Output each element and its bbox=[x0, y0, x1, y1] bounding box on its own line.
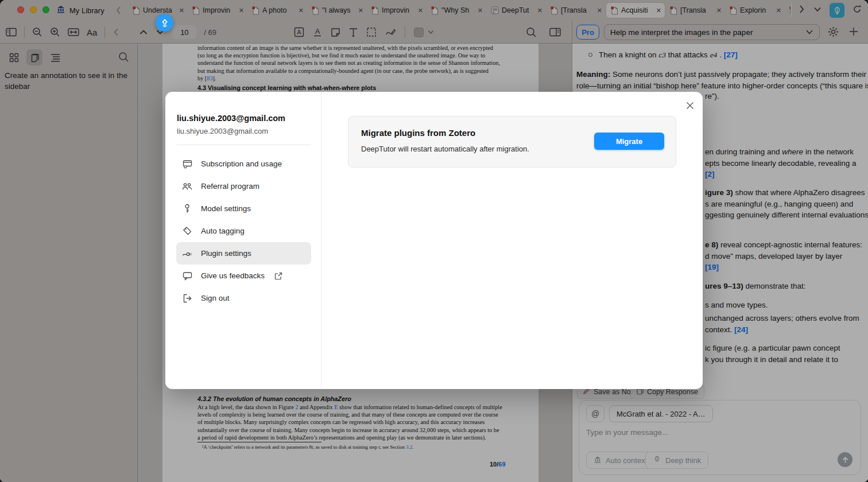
menu-item-label: Sign out bbox=[201, 294, 230, 302]
card-icon bbox=[182, 159, 192, 169]
settings-menu: Subscription and usageReferral programMo… bbox=[176, 153, 311, 309]
menu-item-auto-tagging[interactable]: Auto tagging bbox=[176, 220, 311, 242]
people-icon bbox=[182, 182, 192, 191]
menu-item-label: Model settings bbox=[201, 204, 251, 213]
signout-icon bbox=[182, 294, 192, 303]
menu-item-sign-out[interactable]: Sign out bbox=[176, 287, 311, 309]
menu-item-give-us-feedbacks[interactable]: Give us feedbacks bbox=[176, 265, 311, 287]
migrate-button[interactable]: Migrate bbox=[594, 133, 664, 150]
key-icon bbox=[182, 204, 192, 213]
divider bbox=[177, 145, 311, 145]
menu-item-label: Referral program bbox=[201, 182, 259, 191]
external-link-icon bbox=[274, 272, 282, 280]
migrate-title: Migrate plugins from Zotero bbox=[361, 128, 475, 138]
menu-item-label: Plugin settings bbox=[201, 249, 251, 258]
account-email: liu.shiyue.2003@gmail.com bbox=[177, 127, 268, 135]
migrate-description: DeepTutor will restart automatically aft… bbox=[361, 145, 529, 153]
menu-item-referral-program[interactable]: Referral program bbox=[176, 175, 311, 197]
menu-item-subscription-and-usage[interactable]: Subscription and usage bbox=[176, 153, 311, 175]
settings-menu-panel: liu.shiyue.2003@gmail.com liu.shiyue.200… bbox=[165, 92, 321, 389]
menu-item-model-settings[interactable]: Model settings bbox=[176, 197, 311, 220]
close-icon[interactable] bbox=[685, 101, 695, 112]
account-settings-modal: liu.shiyue.2003@gmail.com liu.shiyue.200… bbox=[165, 92, 703, 389]
app-window: My Library Understa✕Improvin✕A photo✕"I … bbox=[0, 0, 868, 482]
account-name: liu.shiyue.2003@gmail.com bbox=[177, 114, 285, 123]
deeptutor-floating-upload-icon[interactable] bbox=[156, 14, 173, 32]
migrate-plugins-card: Migrate plugins from Zotero DeepTutor wi… bbox=[348, 116, 676, 168]
menu-item-plugin-settings[interactable]: Plugin settings bbox=[176, 242, 311, 265]
menu-item-label: Subscription and usage bbox=[201, 160, 282, 168]
menu-item-label: Give us feedbacks bbox=[201, 271, 265, 280]
tag-icon bbox=[182, 226, 192, 236]
chat-icon bbox=[182, 271, 192, 281]
menu-item-label: Auto tagging bbox=[201, 227, 245, 235]
plug-icon bbox=[182, 249, 192, 258]
